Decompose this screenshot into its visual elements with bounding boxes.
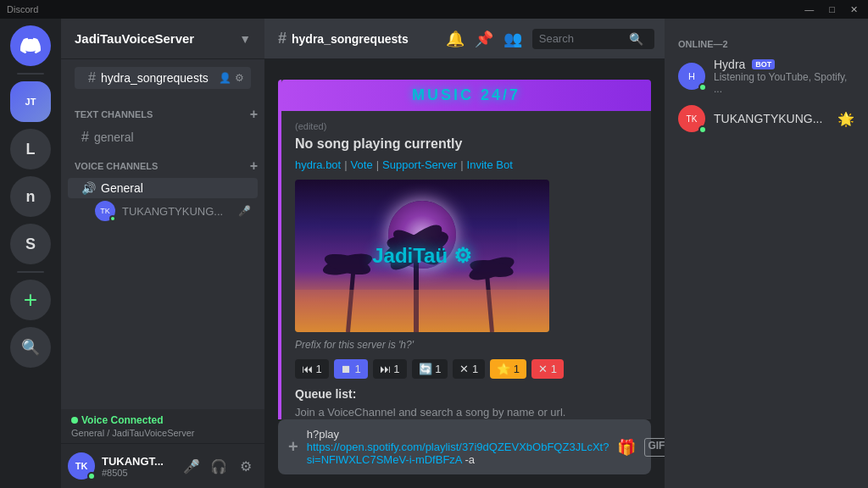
pin-icon[interactable]: 📌 — [475, 30, 493, 48]
member-name-tukangtykung: TUKANGTYKUNG... — [714, 112, 822, 125]
search-icon: 🔍 — [629, 32, 643, 46]
invite-bot-link[interactable]: Invite Bot — [467, 158, 513, 171]
embed: MUSIC 24/7 (edited) No song playing curr… — [278, 80, 651, 419]
message-group: MUSIC 24/7 (edited) No song playing curr… — [278, 80, 651, 419]
embed-logo: JadiTaü ⚙ — [372, 244, 472, 268]
person-icon: 👤 — [219, 72, 231, 84]
shuffle-button[interactable]: ✕ 1 — [453, 359, 485, 379]
pinned-channel-area: # hydra_songrequests 👤 ⚙ — [61, 59, 264, 90]
queue-section: Queue list: Join a VoiceChannel and sear… — [295, 387, 637, 419]
server-divider-2 — [17, 271, 44, 273]
voice-member-icon: 🎤 — [238, 205, 251, 217]
gift-icon[interactable]: 🎁 — [617, 438, 636, 457]
chat-column: # hydra_songrequests ⏸ = Pause/Resume a … — [264, 19, 665, 488]
status-indicator — [109, 215, 116, 222]
titlebar: Discord — □ ✕ — [0, 0, 868, 19]
search-bar[interactable]: 🔍 — [532, 29, 654, 49]
server-icon-s[interactable]: S — [10, 224, 51, 264]
server-icon-n[interactable]: n — [10, 176, 51, 217]
voice-channel-name: General — [101, 181, 143, 195]
add-text-channel-button[interactable]: + — [250, 107, 258, 122]
speaker-icon: 🔊 — [81, 181, 96, 195]
topbar-icons: 🔔 📌 👥 🔍 @ ❓ — [446, 29, 665, 49]
window-controls: — □ ✕ — [801, 4, 861, 15]
skip-back-button[interactable]: ⏮ 1 — [295, 359, 329, 379]
embed-edited-tag: (edited) — [295, 121, 637, 131]
vote-link[interactable]: Vote — [351, 158, 373, 171]
voice-member-item[interactable]: TK TUKANGTYKUNG... 🎤 — [68, 199, 258, 223]
user-avatar[interactable]: TK — [68, 452, 95, 480]
support-server-link[interactable]: Support-Server — [382, 158, 457, 171]
member-item-hydra[interactable]: H Hydra BOT Listening to YouTube, Spotif… — [671, 53, 861, 100]
text-channels-category[interactable]: TEXT CHANNELS + — [61, 103, 264, 125]
add-voice-channel-button[interactable]: + — [250, 158, 258, 174]
text-channels-label: TEXT CHANNELS — [75, 109, 153, 119]
search-input[interactable] — [539, 32, 624, 45]
member-status-hydra — [698, 83, 707, 92]
queue-title: Queue list: — [295, 387, 637, 401]
member-info-tukangtykung: TUKANGTYKUNG... — [714, 112, 829, 125]
chat-input-area: + h?play https://open.spotify.com/playli… — [264, 419, 665, 488]
settings-icon: ⚙ — [235, 72, 244, 84]
topbar: # hydra_songrequests ⏸ = Pause/Resume a … — [264, 19, 665, 59]
clear-button[interactable]: ✕ 1 — [531, 359, 564, 379]
user-discriminator: #8505 — [102, 468, 173, 478]
maximize-button[interactable]: □ — [826, 4, 838, 15]
user-status-dot — [87, 472, 96, 480]
bell-icon[interactable]: 🔔 — [446, 30, 465, 48]
member-avatar-hydra: H — [678, 63, 705, 90]
loop-button[interactable]: 🔄 1 — [412, 359, 448, 379]
hydra-bot-link[interactable]: hydra.bot — [295, 158, 341, 171]
embed-banner-text: MUSIC 24/7 — [412, 86, 520, 103]
voice-channels-category[interactable]: VOICE CHANNELS + — [61, 155, 264, 177]
voice-connected-status: Voice Connected — [71, 414, 254, 426]
chat-input-flag: -a — [465, 453, 475, 466]
embed-prefix-note: Prefix for this server is 'h?' — [295, 339, 637, 351]
gif-icon[interactable]: GIF — [644, 438, 665, 457]
member-name-hydra: Hydra — [714, 58, 745, 71]
close-button[interactable]: ✕ — [847, 4, 861, 15]
members-icon[interactable]: 👥 — [504, 30, 522, 48]
user-controls: 🎤 🎧 ⚙ — [180, 454, 258, 478]
pinned-channel-item[interactable]: # hydra_songrequests 👤 ⚙ — [75, 67, 251, 89]
hash-icon: # — [88, 70, 96, 86]
member-info-hydra: Hydra BOT Listening to YouTube, Spotify,… — [714, 58, 854, 95]
stop-button[interactable]: ⏹ 1 — [334, 359, 368, 379]
topbar-channel: # hydra_songrequests — [278, 30, 409, 47]
star-button[interactable]: ⭐ 1 — [490, 359, 526, 379]
member-avatar-tukangtykung: TK — [678, 105, 705, 132]
server-header[interactable]: JadiTauVoiceServer ▼ — [61, 19, 264, 59]
chat-input-icons: 🎁 GIF 😊 — [617, 438, 665, 457]
chat-input-url: https://open.spotify.com/playlist/37i9dQ… — [307, 441, 609, 466]
app-title: Discord — [7, 4, 801, 14]
voice-member-avatar: TK — [95, 201, 115, 221]
discover-servers-button[interactable]: 🔍 — [10, 327, 51, 368]
add-server-button[interactable]: + — [10, 280, 51, 320]
server-icon-jaditau[interactable]: JT — [10, 81, 51, 122]
mute-button[interactable]: 🎤 — [180, 454, 203, 478]
server-sidebar: JT L n S + 🔍 — [0, 19, 61, 488]
discord-home-button[interactable] — [10, 25, 51, 66]
deafen-button[interactable]: 🎧 — [207, 454, 231, 478]
online-category: ONLINE—2 — [671, 32, 861, 53]
settings-button[interactable]: ⚙ — [234, 454, 258, 478]
voice-connected-channel: General / JadiTauVoiceServer — [71, 428, 254, 438]
chat-input-wrap: + h?play https://open.spotify.com/playli… — [278, 419, 651, 474]
minimize-button[interactable]: — — [801, 4, 817, 15]
members-sidebar: ONLINE—2 H Hydra BOT Listening to YouTub… — [665, 19, 868, 488]
embed-banner: MUSIC 24/7 — [281, 80, 651, 111]
embed-no-song: No song playing currently — [295, 136, 637, 152]
server-divider — [17, 73, 44, 75]
server-icon-l[interactable]: L — [10, 129, 51, 169]
voice-connected-banner: Voice Connected General / JadiTauVoiceSe… — [61, 409, 264, 444]
voice-channels-label: VOICE CHANNELS — [75, 161, 158, 171]
add-attachment-button[interactable]: + — [288, 437, 298, 457]
channel-item-general[interactable]: # general — [68, 126, 258, 148]
member-sub-hydra: Listening to YouTube, Spotify, ... — [714, 71, 854, 95]
member-item-tukangtykung[interactable]: TK TUKANGTYKUNG... 🌟 — [671, 100, 861, 137]
voice-channel-general[interactable]: 🔊 General — [68, 178, 258, 198]
channel-icon-group: 👤 ⚙ — [219, 72, 244, 84]
member-tag-hydra: BOT — [752, 59, 775, 69]
channel-name: general — [94, 130, 134, 144]
skip-forward-button[interactable]: ⏭ 1 — [373, 359, 407, 379]
